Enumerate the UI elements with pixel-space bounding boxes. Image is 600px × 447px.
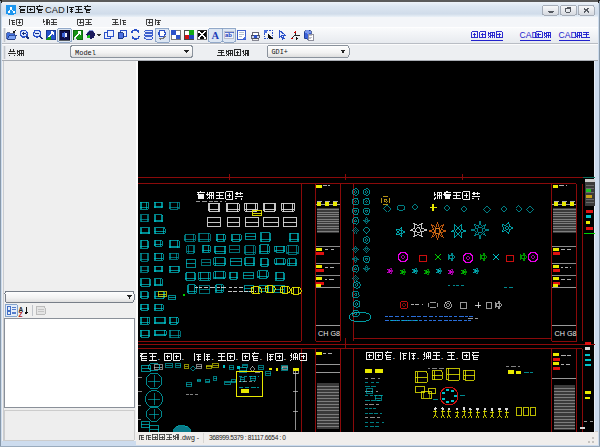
svg-text:.: . xyxy=(182,351,185,362)
svg-text:.: . xyxy=(235,351,238,362)
svg-text:CH G8: CH G8 xyxy=(318,329,340,338)
svg-text:.: . xyxy=(393,350,396,361)
svg-text:.: . xyxy=(417,350,420,361)
svg-text:368999.5379 : 81117.6654 : 0: 368999.5379 : 81117.6654 : 0 xyxy=(209,434,286,441)
svg-text:.: . xyxy=(157,351,160,362)
svg-text:.: . xyxy=(284,351,287,362)
svg-text:ab: ab xyxy=(225,32,232,38)
svg-text:.: . xyxy=(456,350,459,361)
svg-text:.dwg -: .dwg - xyxy=(180,434,200,442)
svg-text:CAD: CAD xyxy=(45,5,65,15)
svg-text:Z: Z xyxy=(19,311,23,318)
svg-text:.: . xyxy=(211,351,214,362)
svg-text:.: . xyxy=(260,351,263,362)
svg-text:CH G8: CH G8 xyxy=(555,329,577,338)
svg-text:Model: Model xyxy=(75,49,96,57)
svg-text:A: A xyxy=(212,30,220,41)
svg-text:CAD: CAD xyxy=(520,30,538,40)
svg-text:GDI+: GDI+ xyxy=(272,48,288,56)
svg-text:CAD: CAD xyxy=(559,30,577,40)
svg-text:.: . xyxy=(441,350,444,361)
